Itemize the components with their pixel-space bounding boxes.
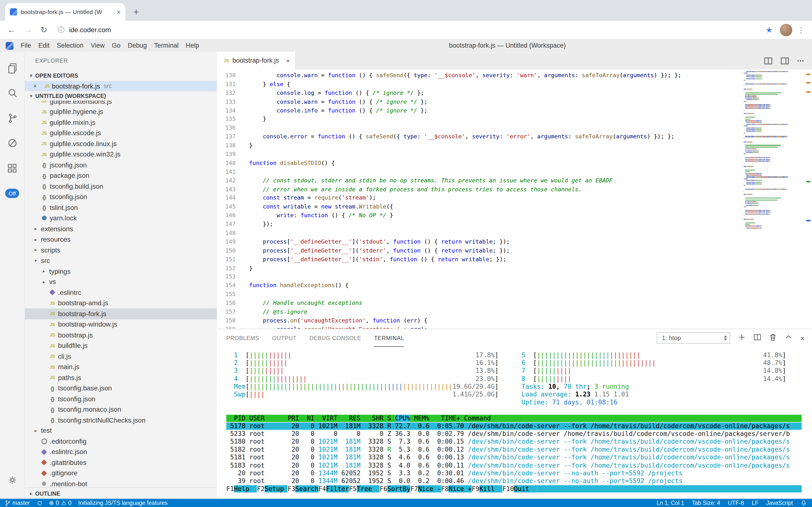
close-panel-button[interactable]: ×	[800, 334, 805, 342]
search-button[interactable]	[0, 81, 25, 106]
code-editor[interactable]: 130 console.warn = function () { safeSen…	[217, 69, 812, 329]
new-tab-button[interactable]: +	[130, 5, 143, 19]
avatar[interactable]	[780, 24, 792, 36]
editor-tab-bootstrap-fork[interactable]: bootstrap-fork.js ×	[217, 52, 296, 69]
tree-item-buildfile.js[interactable]: buildfile.js	[25, 340, 217, 351]
problems-indicator[interactable]: ⊗ 0 ⚠ 0	[49, 500, 72, 506]
tree-item-tsconfig.json[interactable]: tsconfig.json	[25, 191, 217, 202]
tree-item-cli.js[interactable]: cli.js	[25, 351, 217, 361]
status-bar: master ⊗ 0 ⚠ 0 Initializing JS/TS langua…	[0, 499, 812, 507]
tree-item-.gitattributes[interactable]: .gitattributes	[25, 457, 217, 468]
close-icon[interactable]: ×	[33, 82, 43, 90]
menu-item-view[interactable]: View	[87, 42, 108, 49]
maximize-panel-button[interactable]	[785, 333, 793, 343]
workspace-header[interactable]: ▾ UNTITLED (WORKSPACE)	[25, 91, 217, 101]
menu-item-selection[interactable]: Selection	[53, 42, 87, 49]
tree-item-.gitignore[interactable]: .gitignore	[25, 468, 217, 478]
browser-menu-icon[interactable]: ⋮	[798, 25, 805, 34]
tree-item-tsconfig.base.json[interactable]: tsconfig.base.json	[25, 383, 217, 394]
split-editor-icon[interactable]	[780, 56, 789, 65]
tree-item-jsconfig.json[interactable]: jsconfig.json	[25, 160, 217, 170]
panel-tab-debug-console[interactable]: DEBUG CONSOLE	[309, 330, 361, 347]
terminal-picker[interactable]: 1: htop	[657, 332, 730, 344]
tree-item-gulpfile.extensions.js[interactable]: gulpfile.extensions.js	[25, 101, 217, 107]
tree-item-resources[interactable]: ▸resources	[25, 234, 217, 245]
notifications-bell-icon[interactable]	[801, 500, 807, 506]
reload-icon[interactable]: ↻	[40, 25, 47, 34]
tree-item-src[interactable]: ▾src	[25, 255, 217, 266]
cursor-position[interactable]: Ln 1, Col 1	[657, 500, 684, 506]
tree-item-.editorconfig[interactable]: .editorconfig	[25, 436, 217, 447]
sync-button[interactable]	[37, 500, 42, 506]
settings-gear-button[interactable]	[0, 467, 25, 493]
kill-terminal-button[interactable]	[769, 333, 777, 343]
tree-item-test[interactable]: ▸test	[25, 425, 217, 436]
split-terminal-button[interactable]	[753, 333, 761, 343]
back-icon[interactable]: ←	[7, 25, 15, 34]
tree-item-bootstrap.js[interactable]: bootstrap.js	[25, 330, 217, 340]
tree-item-bootstrap-amd.js[interactable]: bootstrap-amd.js	[25, 298, 217, 308]
extensions-button[interactable]	[0, 156, 25, 180]
menu-item-file[interactable]: File	[17, 42, 35, 49]
tree-item-gulpfile.vscode.win32.js[interactable]: gulpfile.vscode.win32.js	[25, 149, 217, 160]
menu-item-terminal[interactable]: Terminal	[150, 42, 182, 49]
tree-item-package.json[interactable]: package.json	[25, 170, 217, 181]
tree-item-typings[interactable]: ▸typings	[25, 266, 217, 277]
tree-item-tsconfig.json[interactable]: tsconfig.json	[25, 394, 217, 404]
tree-item-vs[interactable]: ▸vs	[25, 277, 217, 287]
tree-item-tslint.json[interactable]: tslint.json	[25, 202, 217, 213]
telemetry-off-badge[interactable]: Off	[5, 189, 19, 198]
menu-item-go[interactable]: Go	[108, 42, 124, 49]
minimap[interactable]	[744, 71, 805, 327]
open-editor-item[interactable]: × bootstrap-fork.js src	[25, 81, 217, 91]
tree-item-tsconfig.monaco.json[interactable]: tsconfig.monaco.json	[25, 404, 217, 415]
tree-item-bootstrap-fork.js[interactable]: bootstrap-fork.js	[25, 308, 217, 319]
tree-item-yarn.lock[interactable]: yarn.lock	[25, 213, 217, 224]
menu-item-debug[interactable]: Debug	[124, 42, 150, 49]
browser-tab[interactable]: bootstrap-fork.js — Untitled (W ×	[5, 3, 125, 21]
tree-item-extensions[interactable]: ▸extensions	[25, 224, 217, 234]
tree-item-.eslintrc[interactable]: .eslintrc	[25, 287, 217, 298]
address-bar[interactable]: ide.coder.com	[69, 26, 766, 34]
debug-button[interactable]	[0, 131, 25, 156]
tree-item-tsconfig.strictnullchecks.json[interactable]: tsconfig.strictNullChecks.json	[25, 414, 217, 425]
more-actions-icon[interactable]: ⋯	[797, 57, 805, 65]
tree-item-label: main.js	[58, 363, 79, 371]
line-number: 138	[217, 142, 236, 149]
language-mode[interactable]: JavaScript	[766, 500, 793, 506]
code-line: 143 // error when we are inside a forked…	[217, 185, 812, 193]
forward-icon[interactable]: →	[24, 25, 32, 34]
tree-item-gulpfile.mixin.js[interactable]: gulpfile.mixin.js	[25, 117, 217, 128]
panel-tab-terminal[interactable]: TERMINAL	[374, 330, 404, 347]
open-changes-icon[interactable]	[764, 56, 772, 65]
new-terminal-button[interactable]	[738, 333, 746, 343]
tree-item-gulpfile.hygiene.js[interactable]: gulpfile.hygiene.js	[25, 106, 217, 117]
tree-item-gulpfile.vscode.linux.js[interactable]: gulpfile.vscode.linux.js	[25, 138, 217, 149]
tab-close-icon[interactable]: ×	[117, 8, 121, 15]
menu-item-edit[interactable]: Edit	[35, 42, 53, 49]
eol-setting[interactable]: LF	[752, 500, 759, 506]
terminal[interactable]: 1 [||||||||||| 17.8%] 5 [|||||||||||||||…	[217, 347, 812, 499]
overview-ruler[interactable]	[805, 69, 812, 329]
site-info-icon[interactable]: ⓘ	[58, 25, 65, 35]
encoding-setting[interactable]: UTF-8	[728, 500, 744, 506]
panel-tab-problems[interactable]: PROBLEMS	[226, 330, 259, 347]
explorer-button[interactable]	[0, 56, 25, 81]
tree-item-paths.js[interactable]: paths.js	[25, 372, 217, 383]
indent-setting[interactable]: Tab Size: 4	[692, 500, 720, 506]
tree-item-bootstrap-window.js[interactable]: bootstrap-window.js	[25, 319, 217, 330]
outline-header[interactable]: ▸ OUTLINE	[25, 488, 217, 499]
tree-item-main.js[interactable]: main.js	[25, 361, 217, 372]
tree-item-.mention-bot[interactable]: .mention-bot	[25, 478, 217, 487]
source-control-button[interactable]	[0, 106, 25, 131]
close-icon[interactable]: ×	[286, 57, 290, 65]
tree-item-scripts[interactable]: ▸scripts	[25, 245, 217, 256]
bookmark-star-icon[interactable]: ★	[766, 25, 772, 35]
open-editors-header[interactable]: ▾ OPEN EDITORS	[25, 70, 217, 81]
panel-tab-output[interactable]: OUTPUT	[272, 330, 297, 347]
tree-item-tsconfig.build.json[interactable]: tsconfig.build.json	[25, 181, 217, 191]
menu-item-help[interactable]: Help	[182, 42, 203, 49]
tree-item-gulpfile.vscode.js[interactable]: gulpfile.vscode.js	[25, 128, 217, 138]
tree-item-.eslintrc.json[interactable]: .eslintrc.json	[25, 447, 217, 457]
branch-indicator[interactable]: master	[5, 500, 30, 506]
